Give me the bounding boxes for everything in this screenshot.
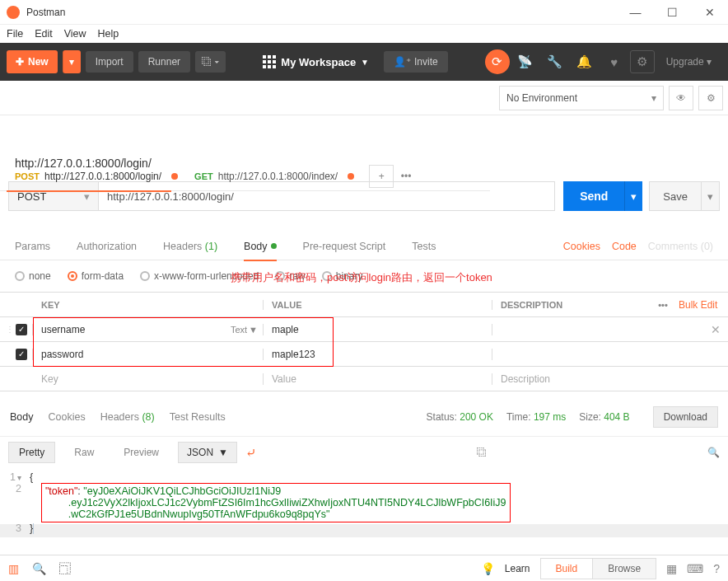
menu-help[interactable]: Help	[98, 28, 119, 40]
download-button[interactable]: Download	[653, 406, 718, 428]
comments-link[interactable]: Comments (0)	[648, 241, 713, 252]
resp-tab-headers[interactable]: Headers (8)	[100, 411, 155, 423]
table-row[interactable]: ⋮⋮✓ usernameText ▼ maple ✕	[0, 317, 728, 342]
response-body[interactable]: 1▾{ 2 "token": "eyJ0eXAiOiJKV1QiLCJhbGci…	[0, 468, 728, 537]
capture-icon[interactable]: 📡	[511, 49, 539, 75]
key-cell[interactable]: password	[33, 349, 264, 360]
workspace-selector[interactable]: My Workspace ▼	[263, 55, 369, 68]
menu-edit[interactable]: Edit	[35, 28, 53, 40]
code-link[interactable]: Code	[612, 241, 637, 252]
tab-headers[interactable]: Headers (1)	[163, 232, 217, 260]
drag-handle-icon[interactable]: ⋮⋮	[6, 325, 14, 334]
import-button[interactable]: Import	[86, 51, 133, 73]
build-mode[interactable]: Build	[541, 559, 593, 579]
upgrade-button[interactable]: Upgrade ▾	[656, 56, 721, 68]
fmt-raw[interactable]: Raw	[63, 442, 105, 463]
radio-none[interactable]: none	[15, 270, 51, 282]
browse-mode[interactable]: Browse	[592, 559, 656, 579]
notifications-icon[interactable]: 🔔	[571, 49, 599, 75]
keyboard-shortcuts-icon[interactable]: ⌨	[687, 562, 703, 575]
response-tabs: Body Cookies Headers (8) Test Results St…	[0, 398, 728, 437]
send-dropdown[interactable]: ▾	[624, 181, 642, 211]
send-button[interactable]: Send	[563, 181, 624, 211]
tab-prerequest[interactable]: Pre-request Script	[303, 232, 386, 260]
maximize-button[interactable]: ☐	[654, 0, 691, 25]
wrench-icon[interactable]: 🔧	[541, 49, 569, 75]
unsaved-dot-icon	[348, 173, 354, 180]
settings-icon[interactable]: ⚙	[630, 50, 655, 73]
resp-tab-cookies[interactable]: Cookies	[49, 411, 86, 423]
col-value: VALUE	[264, 300, 492, 310]
bootcamp-icon[interactable]: 💡	[481, 562, 495, 575]
tab-body[interactable]: Body	[244, 232, 277, 260]
search-icon[interactable]: 🔍	[707, 447, 720, 458]
col-description: DESCRIPTION	[492, 300, 647, 310]
col-more-icon[interactable]: •••	[647, 300, 679, 310]
tab-tests[interactable]: Tests	[412, 232, 436, 260]
new-button[interactable]: ✚ New	[7, 50, 58, 73]
resp-tab-body[interactable]: Body	[10, 411, 34, 423]
menubar: File Edit View Help	[0, 25, 728, 43]
runner-button[interactable]: Runner	[138, 51, 190, 73]
two-pane-icon[interactable]: ▦	[666, 562, 677, 575]
sidebar-toggle-icon[interactable]: ▥	[8, 562, 19, 575]
statusbar: ▥ 🔍 ⿹ 💡 Learn Build Browse ▦ ⌨ ?	[0, 555, 728, 581]
view-mode-segment: Build Browse	[540, 558, 657, 579]
form-data-table: KEY VALUE DESCRIPTION ••• Bulk Edit ⋮⋮✓ …	[0, 292, 728, 391]
tab-authorization[interactable]: Authorization	[77, 232, 137, 260]
bulk-edit-link[interactable]: Bulk Edit	[679, 299, 728, 311]
request-subtabs: Params Authorization Headers (1) Body Pr…	[0, 232, 728, 260]
tab-options-button[interactable]: •••	[394, 171, 418, 182]
row-checkbox[interactable]: ✓	[16, 349, 27, 360]
add-tab-button[interactable]: +	[369, 165, 394, 188]
postman-logo-icon	[7, 6, 20, 19]
response-format-row: Pretty Raw Preview JSON ▼ ⤶ ⿻ 🔍	[0, 437, 728, 468]
help-icon[interactable]: ?	[713, 562, 720, 575]
heart-icon[interactable]: ♥	[600, 49, 628, 75]
row-checkbox[interactable]: ✓	[16, 324, 27, 335]
resp-tab-tests[interactable]: Test Results	[170, 411, 226, 423]
save-button[interactable]: Save	[649, 181, 702, 211]
cookies-link[interactable]: Cookies	[563, 241, 600, 252]
unsaved-dot-icon	[171, 173, 178, 180]
close-button[interactable]: ✕	[691, 0, 728, 25]
new-dropdown[interactable]: ▾	[63, 50, 81, 73]
copy-icon[interactable]: ⿻	[477, 447, 487, 458]
type-dropdown[interactable]: Text ▼	[231, 325, 258, 335]
minimize-button[interactable]: —	[617, 0, 654, 25]
env-settings-button[interactable]: ⚙	[698, 86, 723, 110]
invite-button[interactable]: 👤⁺ Invite	[384, 51, 448, 73]
body-active-dot-icon	[271, 243, 277, 249]
menu-file[interactable]: File	[7, 28, 23, 40]
environment-select[interactable]: No Environment▾	[499, 86, 664, 110]
console-icon[interactable]: ⿹	[59, 562, 71, 575]
table-row[interactable]: ⋮⋮✓ password maple123	[0, 342, 728, 367]
window-titlebar: Postman — ☐ ✕	[0, 0, 728, 25]
menu-view[interactable]: View	[64, 28, 86, 40]
fmt-type-select[interactable]: JSON ▼	[178, 442, 237, 463]
new-window-button[interactable]: ⿻ ▾	[195, 51, 226, 73]
table-row-empty[interactable]: Key Value Description	[0, 367, 728, 391]
col-key: KEY	[33, 300, 264, 310]
radio-form-data[interactable]: form-data	[68, 270, 124, 282]
main-toolbar: ✚ New ▾ Import Runner ⿻ ▾ My Workspace ▼…	[0, 43, 728, 81]
fmt-preview[interactable]: Preview	[113, 442, 170, 463]
learn-link[interactable]: Learn	[505, 563, 530, 574]
save-dropdown[interactable]: ▾	[702, 181, 720, 211]
request-tab-2[interactable]: GET http://127.0.0.1:8000/index/	[186, 162, 362, 191]
remove-row-icon[interactable]: ✕	[703, 323, 728, 336]
value-cell[interactable]: maple123	[264, 349, 492, 360]
env-preview-button[interactable]: 👁	[669, 86, 693, 110]
grid-icon	[263, 55, 276, 68]
annotation-text: 携带用户名和密码，post访问login路由，返回一个token	[231, 270, 492, 285]
environment-row: No Environment▾ 👁 ⚙	[0, 81, 728, 115]
find-icon[interactable]: 🔍	[32, 562, 46, 575]
wrap-lines-icon[interactable]: ⤶	[245, 445, 256, 461]
sync-icon[interactable]: ⟳	[485, 49, 510, 74]
fmt-pretty[interactable]: Pretty	[8, 442, 55, 463]
value-cell[interactable]: maple	[264, 324, 492, 335]
tab-params[interactable]: Params	[15, 232, 50, 260]
request-tab-1[interactable]: POST http://127.0.0.1:8000/login/	[7, 162, 186, 191]
request-tabs: POST http://127.0.0.1:8000/login/ GET ht…	[0, 162, 490, 191]
key-cell[interactable]: username	[41, 324, 85, 335]
